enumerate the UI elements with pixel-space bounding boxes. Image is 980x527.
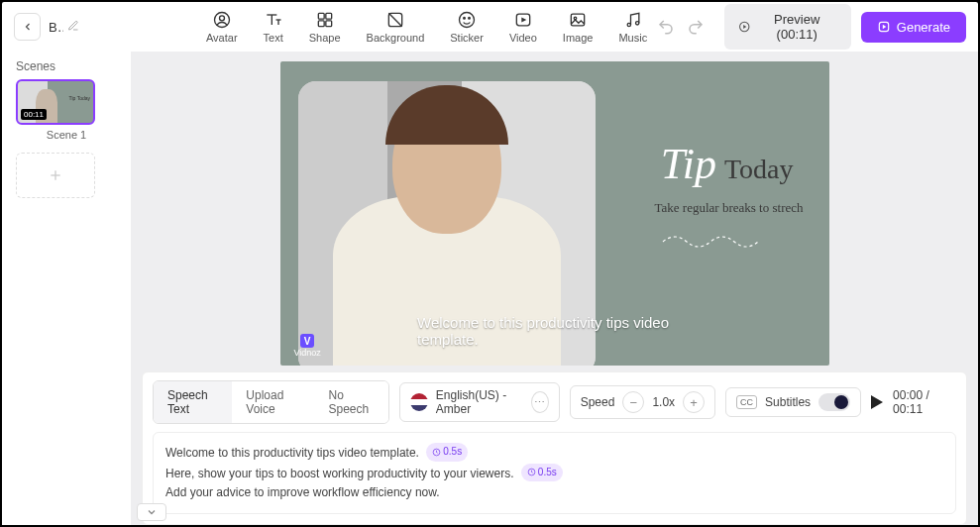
svg-rect-2 bbox=[318, 13, 324, 19]
pause-chip[interactable]: 0.5s bbox=[426, 443, 468, 462]
redo-button[interactable] bbox=[685, 16, 707, 38]
back-button[interactable] bbox=[14, 13, 41, 41]
caption-text[interactable]: Welcome to this productivity tips video … bbox=[417, 314, 692, 348]
preview-button[interactable]: Preview (00:11) bbox=[724, 4, 851, 50]
svg-point-7 bbox=[460, 13, 475, 28]
speed-decrease-button[interactable]: − bbox=[622, 391, 644, 413]
speech-tabs: Speech Text Upload Voice No Speech bbox=[153, 380, 389, 424]
canvas[interactable]: Tip Today Take regular breaks to strech … bbox=[280, 61, 829, 366]
background-icon bbox=[385, 10, 405, 30]
svg-rect-4 bbox=[318, 21, 324, 27]
scene-duration: 00:11 bbox=[21, 109, 47, 120]
svg-marker-19 bbox=[883, 25, 887, 30]
svg-rect-5 bbox=[325, 21, 331, 27]
sticker-icon bbox=[457, 10, 477, 30]
language-more-button[interactable]: ⋯ bbox=[531, 391, 549, 413]
generate-icon bbox=[877, 20, 891, 34]
tab-no-speech[interactable]: No Speech bbox=[315, 381, 388, 423]
clock-icon bbox=[527, 468, 536, 476]
undo-icon bbox=[657, 18, 675, 36]
scene-thumbnail[interactable]: Tip Today 00:11 bbox=[16, 79, 95, 125]
pencil-icon bbox=[67, 20, 79, 32]
play-button[interactable] bbox=[871, 395, 883, 409]
tool-sticker[interactable]: Sticker bbox=[450, 10, 484, 44]
svg-marker-17 bbox=[743, 25, 746, 29]
scene-label: Scene 1 bbox=[16, 129, 117, 141]
play-circle-icon bbox=[738, 20, 750, 34]
svg-rect-3 bbox=[325, 13, 331, 19]
tab-speech-text[interactable]: Speech Text bbox=[154, 381, 232, 423]
scenes-title: Scenes bbox=[16, 59, 117, 73]
pause-chip[interactable]: 0.5s bbox=[521, 464, 563, 482]
tool-text[interactable]: Text bbox=[264, 10, 283, 44]
project-title: B... bbox=[49, 20, 63, 35]
svg-point-15 bbox=[635, 22, 638, 25]
tool-avatar[interactable]: Avatar bbox=[206, 10, 238, 44]
image-icon bbox=[568, 10, 588, 30]
tool-music[interactable]: Music bbox=[618, 10, 647, 44]
tab-upload-voice[interactable]: Upload Voice bbox=[232, 381, 314, 423]
svg-point-14 bbox=[627, 23, 630, 26]
shape-icon bbox=[315, 10, 335, 30]
add-scene-button[interactable] bbox=[16, 153, 95, 198]
svg-point-8 bbox=[464, 18, 466, 20]
video-icon bbox=[513, 10, 533, 30]
speed-value: 1.0x bbox=[652, 395, 675, 409]
generate-button[interactable]: Generate bbox=[861, 12, 966, 43]
clock-icon bbox=[432, 448, 441, 457]
undo-button[interactable] bbox=[655, 16, 677, 38]
svg-point-1 bbox=[219, 16, 224, 21]
collapse-panel-button[interactable] bbox=[137, 503, 166, 521]
avatar-icon bbox=[212, 10, 232, 30]
subtitle-toggle-group: CC Subtitles bbox=[725, 387, 861, 417]
slide-subtitle[interactable]: Take regular breaks to strech bbox=[655, 200, 804, 216]
tool-background[interactable]: Background bbox=[367, 10, 425, 44]
script-textarea[interactable]: Welcome to this productivity tips video … bbox=[153, 432, 956, 514]
squiggle-decoration bbox=[661, 230, 770, 250]
redo-icon bbox=[687, 18, 705, 36]
flag-us-icon bbox=[410, 393, 428, 411]
language-selector[interactable]: English(US) - Amber ⋯ bbox=[399, 382, 560, 422]
speed-control: Speed − 1.0x + bbox=[570, 385, 715, 419]
tool-video[interactable]: Video bbox=[509, 10, 537, 44]
chevron-left-icon bbox=[22, 21, 34, 33]
text-icon bbox=[264, 10, 283, 30]
chevron-down-icon bbox=[146, 506, 158, 518]
tool-shape[interactable]: Shape bbox=[309, 10, 341, 44]
svg-point-9 bbox=[469, 18, 471, 20]
cc-icon: CC bbox=[736, 395, 757, 409]
subtitle-toggle[interactable] bbox=[818, 393, 850, 411]
watermark: V Vidnoz bbox=[294, 334, 321, 358]
tool-image[interactable]: Image bbox=[563, 10, 594, 44]
speed-increase-button[interactable]: + bbox=[683, 391, 705, 413]
playback-time: 00:00 / 00:11 bbox=[893, 388, 948, 416]
plus-icon bbox=[48, 167, 63, 183]
svg-rect-12 bbox=[571, 14, 584, 26]
svg-marker-11 bbox=[521, 18, 526, 23]
music-icon bbox=[623, 10, 643, 30]
edit-title-button[interactable] bbox=[67, 20, 79, 35]
slide-title[interactable]: Tip Today bbox=[661, 139, 794, 189]
